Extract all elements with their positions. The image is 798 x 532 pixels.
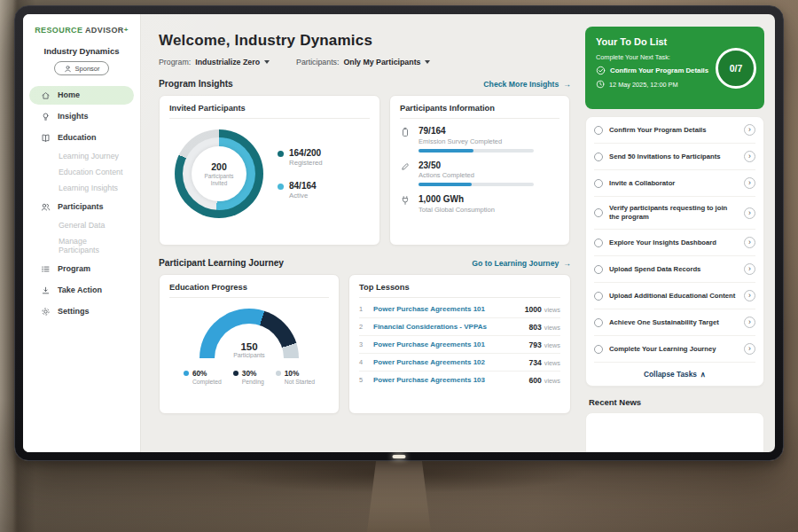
lesson-views-suffix: views (544, 377, 560, 385)
sidebar-item-education[interactable]: Education (29, 129, 134, 147)
recent-news-card (585, 412, 764, 452)
stat-row-actions: 23/50 Actions Completed (400, 160, 559, 187)
legend-value: 60% (192, 369, 222, 378)
monitor: RESOURCE ADVISOR+ Industry Dynamics Spon… (14, 5, 784, 461)
lesson-rank: 1 (359, 305, 366, 313)
task-checkbox[interactable] (594, 345, 603, 354)
card-title: Education Progress (169, 283, 329, 298)
task-item[interactable]: Verify participants requesting to join t… (594, 196, 755, 229)
task-chevron-icon[interactable]: › (744, 207, 755, 219)
monitor-stand (367, 461, 431, 532)
gauge-center: 150 Participants (200, 341, 299, 358)
progress-bar-fill (419, 149, 473, 153)
lesson-rows: 1 Power Purchase Agreements 101 1000view… (359, 301, 560, 388)
brand-primary: RESOURCE (35, 26, 82, 35)
lesson-row[interactable]: 3 Power Purchase Agreements 101 793views (359, 335, 560, 353)
task-checkbox[interactable] (594, 179, 603, 188)
task-chevron-icon[interactable]: › (744, 124, 755, 136)
sidebar-item-label: Program (58, 264, 90, 273)
collapse-tasks-label: Collapse Tasks (644, 370, 697, 379)
participants-information-card: Participants Information 79/164 Emission… (389, 95, 570, 246)
sponsor-badge-label: Sponsor (75, 65, 100, 73)
task-item[interactable]: Upload Spend Data Records › (594, 255, 755, 282)
task-label: Upload Spend Data Records (609, 265, 738, 274)
task-chevron-icon[interactable]: › (744, 237, 755, 248)
scene: RESOURCE ADVISOR+ Industry Dynamics Spon… (0, 0, 798, 532)
lesson-views: 600 (528, 376, 541, 385)
task-chevron-icon[interactable]: › (744, 290, 755, 301)
power-button-led[interactable] (393, 455, 406, 458)
task-chevron-icon[interactable]: › (744, 151, 755, 162)
sidebar-item-settings[interactable]: Settings (29, 302, 134, 321)
recent-news-title: Recent News (589, 397, 764, 407)
task-checkbox[interactable] (594, 239, 603, 247)
plug-icon (400, 194, 411, 217)
sidebar-item-participants[interactable]: Participants (29, 198, 134, 216)
learning-journey-cards: Education Progress 150 Participants (159, 274, 571, 414)
task-checkbox[interactable] (594, 208, 603, 217)
task-item[interactable]: Send 50 Invitations to Participants › (594, 143, 755, 169)
sidebar-item-general-data[interactable]: General Data (29, 217, 134, 233)
lesson-views-suffix: views (544, 324, 560, 332)
lesson-views-suffix: views (544, 341, 560, 349)
task-item[interactable]: Explore Your Insights Dashboard › (594, 229, 755, 255)
lesson-link[interactable]: Power Purchase Agreements 102 (373, 358, 521, 366)
lesson-row[interactable]: 2 Financial Considerations - VPPAs 803vi… (359, 317, 560, 335)
account-name: Industry Dynamics (23, 46, 140, 56)
legend-value: 84/164 (289, 181, 317, 191)
task-chevron-icon[interactable]: › (744, 177, 755, 189)
participants-label: Participants: (296, 58, 339, 66)
progress-bar (419, 149, 534, 153)
task-checkbox[interactable] (594, 153, 603, 161)
lesson-row[interactable]: 5 Power Purchase Agreements 103 600views (359, 371, 560, 388)
task-chevron-icon[interactable]: › (744, 343, 755, 355)
collapse-tasks-button[interactable]: Collapse Tasks∧ (594, 362, 755, 386)
progress-bar-fill (419, 183, 472, 186)
task-item[interactable]: Upload Additional Educational Content › (594, 282, 755, 309)
lesson-link[interactable]: Power Purchase Agreements 101 (373, 305, 518, 313)
task-item[interactable]: Complete Your Learning Journey › (594, 335, 755, 362)
lesson-row[interactable]: 4 Power Purchase Agreements 102 734views (359, 353, 560, 371)
sidebar-item-insights[interactable]: Insights (29, 107, 134, 126)
task-checkbox[interactable] (594, 292, 603, 301)
participants-information-rows: 79/164 Emission Survey Completed 23/50 A… (400, 119, 559, 217)
task-chevron-icon[interactable]: › (744, 263, 755, 275)
sidebar-item-label: Insights (58, 112, 89, 121)
sidebar-item-take-action[interactable]: Take Action (29, 281, 134, 300)
go-to-learning-journey-link[interactable]: Go to Learning Journey → (472, 259, 571, 268)
task-checkbox[interactable] (594, 318, 603, 327)
stat-label: Emission Survey Completed (419, 137, 534, 145)
legend-item-pending: 30% Pending (233, 369, 264, 385)
task-checkbox[interactable] (594, 265, 603, 274)
todo-title: Your To Do List (596, 36, 754, 47)
task-item[interactable]: Confirm Your Program Details › (594, 117, 755, 143)
sidebar-item-learning-insights[interactable]: Learning Insights (29, 180, 134, 196)
program-label: Program: (159, 58, 191, 66)
sidebar-item-learning-journey[interactable]: Learning Journey (29, 148, 134, 164)
page-title: Welcome, Industry Dynamics (159, 32, 571, 50)
task-chevron-icon[interactable]: › (744, 317, 755, 328)
sidebar-item-manage-participants[interactable]: Manage Participants (29, 233, 134, 258)
lesson-link[interactable]: Financial Considerations - VPPAs (373, 323, 521, 331)
dashboard-screen: RESOURCE ADVISOR+ Industry Dynamics Spon… (23, 14, 775, 452)
sidebar-item-home[interactable]: Home (29, 86, 134, 105)
sidebar-item-education-content[interactable]: Education Content (29, 164, 134, 180)
list-icon (41, 264, 51, 274)
program-dropdown[interactable]: Program: Industrialize Zero (159, 58, 270, 66)
task-item[interactable]: Invite a Collaborator › (594, 169, 755, 196)
task-item[interactable]: Achieve One Sustainability Target › (594, 309, 755, 335)
legend-dot-not-started (276, 371, 281, 376)
brand-secondary: ADVISOR (85, 26, 124, 35)
task-checkbox[interactable] (594, 126, 603, 135)
check-more-insights-link[interactable]: Check More Insights → (483, 80, 571, 89)
users-icon (41, 202, 51, 212)
todo-next-task: Confirm Your Program Details (596, 66, 722, 75)
lesson-row[interactable]: 1 Power Purchase Agreements 101 1000view… (359, 301, 560, 317)
lesson-link[interactable]: Power Purchase Agreements 101 (373, 340, 521, 348)
link-label: Go to Learning Journey (472, 259, 559, 268)
legend-label: Pending (242, 379, 264, 385)
lesson-link[interactable]: Power Purchase Agreements 103 (373, 376, 521, 384)
sidebar-item-program[interactable]: Program (29, 260, 134, 278)
participants-dropdown[interactable]: Participants: Only My Participants (296, 58, 430, 66)
lightbulb-icon (41, 112, 51, 121)
